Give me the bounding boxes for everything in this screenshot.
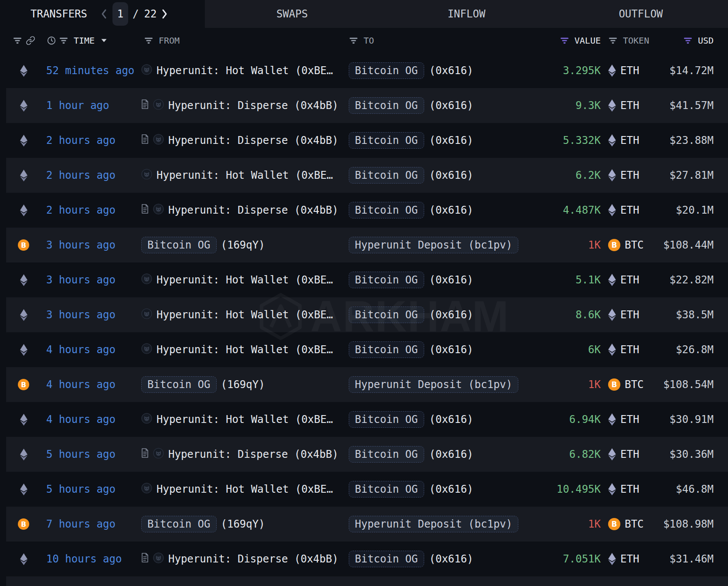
table-row[interactable]: B 52 minutes ago Hyperunit: Hot Wallet (… bbox=[6, 53, 728, 88]
table-row[interactable]: B 7 hours ago Bitcoin OG (169qY) Hyperun… bbox=[6, 507, 728, 542]
table-row[interactable]: B 4 hours ago Hyperunit: Hot Wallet (0xB… bbox=[6, 332, 728, 367]
header-usd-cell: USD bbox=[653, 28, 728, 53]
transaction-time-link[interactable]: 4 hours ago bbox=[46, 344, 116, 356]
table-row[interactable]: B 2 hours ago Hyperunit: Hot Wallet (0xB… bbox=[6, 158, 728, 193]
table-row[interactable]: B 3 hours ago Hyperunit: Hot Wallet (0xB… bbox=[6, 262, 728, 297]
to-entity-pill[interactable]: Bitcoin OG bbox=[349, 307, 424, 323]
filter-icon[interactable] bbox=[608, 37, 618, 44]
from-entity-pill[interactable]: Bitcoin OG bbox=[141, 237, 217, 253]
clock-icon[interactable] bbox=[47, 36, 56, 45]
row-value-cell: 6.82K bbox=[518, 437, 601, 472]
row-time-cell: 2 hours ago bbox=[41, 193, 141, 228]
column-header-usd[interactable]: USD bbox=[698, 35, 714, 46]
row-time-cell: 1 hour ago bbox=[41, 88, 141, 123]
to-entity-pill[interactable]: Bitcoin OG bbox=[349, 551, 424, 567]
to-entity-pill[interactable]: Bitcoin OG bbox=[349, 411, 424, 428]
from-entity-name[interactable]: Hyperunit: Disperse (0x4bB) bbox=[168, 448, 338, 460]
filter-icon[interactable] bbox=[13, 37, 22, 44]
eth-icon bbox=[608, 413, 616, 426]
tab-swaps[interactable]: SWAPS bbox=[205, 0, 379, 28]
filter-icon-active[interactable] bbox=[560, 37, 569, 44]
from-entity-name[interactable]: Hyperunit: Disperse (0x4bB) bbox=[168, 134, 338, 146]
from-entity-name[interactable]: Hyperunit: Disperse (0x4bB) bbox=[168, 99, 338, 112]
transaction-time-link[interactable]: 5 hours ago bbox=[46, 483, 116, 495]
to-entity-pill[interactable]: Bitcoin OG bbox=[349, 341, 424, 358]
to-address-suffix: (0x616) bbox=[429, 204, 473, 216]
to-entity-pill[interactable]: Bitcoin OG bbox=[349, 272, 424, 288]
to-entity-pill[interactable]: Hyperunit Deposit (bc1pv) bbox=[349, 376, 518, 393]
tab-transfers[interactable]: TRANSFERS 1 / 22 bbox=[0, 0, 205, 28]
table-row[interactable]: B 10 hours ago Hyperunit: Disperse (0x4b… bbox=[6, 542, 728, 576]
column-header-value[interactable]: VALUE bbox=[575, 35, 601, 46]
from-entity-name[interactable]: Hyperunit: Hot Wallet (0xBE… bbox=[156, 483, 333, 495]
filter-icon-active[interactable] bbox=[683, 37, 693, 44]
from-entity-name[interactable]: Hyperunit: Hot Wallet (0xBE… bbox=[156, 344, 333, 356]
prev-page-button[interactable] bbox=[99, 5, 109, 23]
table-row[interactable]: B 2 hours ago Hyperunit: Disperse (0x4bB… bbox=[6, 123, 728, 158]
transfer-amount: 1K bbox=[588, 378, 601, 391]
tab-inflow[interactable]: INFLOW bbox=[379, 0, 554, 28]
transaction-time-link[interactable]: 10 hours ago bbox=[46, 553, 122, 565]
filter-icon[interactable] bbox=[144, 37, 153, 44]
to-entity-pill[interactable]: Bitcoin OG bbox=[349, 132, 424, 149]
row-token-cell: B bbox=[6, 88, 41, 123]
from-entity-pill[interactable]: Bitcoin OG bbox=[141, 516, 217, 532]
table-row[interactable]: B 3 hours ago Bitcoin OG (169qY) Hyperun… bbox=[6, 228, 728, 262]
filter-icon[interactable] bbox=[59, 37, 68, 44]
transaction-time-link[interactable]: 2 hours ago bbox=[46, 134, 116, 146]
to-entity-pill[interactable]: Bitcoin OG bbox=[349, 62, 424, 79]
table-row[interactable]: B 5 hours ago Hyperunit: Hot Wallet (0xB… bbox=[6, 472, 728, 507]
transaction-time-link[interactable]: 2 hours ago bbox=[46, 169, 116, 181]
table-row[interactable]: B 4 hours ago Hyperunit: Hot Wallet (0xB… bbox=[6, 402, 728, 437]
row-from-cell: Hyperunit: Hot Wallet (0xBE… bbox=[141, 262, 337, 297]
token-symbol: ETH bbox=[620, 134, 639, 146]
from-entity-pill[interactable]: Bitcoin OG bbox=[141, 376, 217, 393]
row-usd-cell: $26.8M bbox=[653, 332, 728, 367]
transaction-time-link[interactable]: 52 minutes ago bbox=[46, 65, 134, 77]
from-entity-name[interactable]: Hyperunit: Disperse (0x4bB) bbox=[168, 204, 338, 216]
transaction-time-link[interactable]: 4 hours ago bbox=[46, 413, 116, 426]
transaction-time-link[interactable]: 3 hours ago bbox=[46, 274, 116, 286]
table-row[interactable]: B 5 hours ago Hyperunit: Disperse (0x4bB… bbox=[6, 437, 728, 472]
eth-icon bbox=[608, 274, 616, 286]
to-entity-pill[interactable]: Bitcoin OG bbox=[349, 167, 424, 184]
filter-icon[interactable] bbox=[349, 37, 358, 44]
to-entity-pill[interactable]: Hyperunit Deposit (bc1pv) bbox=[349, 516, 518, 532]
table-row[interactable]: B 4 hours ago Bitcoin OG (169qY) Hyperun… bbox=[6, 367, 728, 402]
transaction-time-link[interactable]: 3 hours ago bbox=[46, 239, 116, 251]
tab-outflow[interactable]: OUTFLOW bbox=[554, 0, 728, 28]
table-row[interactable]: B 3 hours ago Hyperunit: Hot Wallet (0xB… bbox=[6, 297, 728, 332]
from-entity-name[interactable]: Hyperunit: Hot Wallet (0xBE… bbox=[156, 274, 333, 286]
to-entity-pill[interactable]: Bitcoin OG bbox=[349, 97, 424, 114]
table-row[interactable]: B 2 hours ago Hyperunit: Disperse (0x4bB… bbox=[6, 193, 728, 228]
column-header-time[interactable]: TIME bbox=[74, 35, 95, 46]
next-page-button[interactable] bbox=[159, 5, 170, 23]
transaction-time-link[interactable]: 1 hour ago bbox=[46, 99, 109, 112]
row-token-cell: B bbox=[6, 507, 41, 542]
transaction-time-link[interactable]: 3 hours ago bbox=[46, 309, 116, 321]
from-entity-name[interactable]: Hyperunit: Hot Wallet (0xBE… bbox=[156, 413, 333, 426]
transaction-time-link[interactable]: 4 hours ago bbox=[46, 378, 116, 391]
from-entity-name[interactable]: Hyperunit: Hot Wallet (0xBE… bbox=[156, 65, 333, 77]
from-entity-name[interactable]: Hyperunit: Disperse (0x4bB) bbox=[168, 553, 338, 565]
transaction-time-link[interactable]: 2 hours ago bbox=[46, 204, 116, 216]
link-icon[interactable] bbox=[26, 36, 35, 45]
column-header-token[interactable]: TOKEN bbox=[623, 35, 649, 46]
chevron-right-icon bbox=[161, 9, 168, 19]
column-header-from[interactable]: FROM bbox=[159, 35, 180, 46]
chevron-down-icon[interactable] bbox=[101, 38, 107, 43]
from-entity-name[interactable]: Hyperunit: Hot Wallet (0xBE… bbox=[156, 169, 333, 181]
to-entity-pill[interactable]: Hyperunit Deposit (bc1pv) bbox=[349, 237, 518, 253]
to-entity-pill[interactable]: Bitcoin OG bbox=[349, 446, 424, 463]
to-entity-pill[interactable]: Bitcoin OG bbox=[349, 202, 424, 218]
column-header-to[interactable]: TO bbox=[364, 35, 374, 46]
table-row-partial[interactable] bbox=[6, 576, 728, 586]
to-entity-pill[interactable]: Bitcoin OG bbox=[349, 481, 424, 497]
transaction-time-link[interactable]: 5 hours ago bbox=[46, 448, 116, 460]
row-token-cell: B bbox=[6, 402, 41, 437]
row-usd-cell: $108.98M bbox=[653, 507, 728, 542]
table-row[interactable]: B 1 hour ago Hyperunit: Disperse (0x4bB)… bbox=[6, 88, 728, 123]
from-entity-name[interactable]: Hyperunit: Hot Wallet (0xBE… bbox=[156, 309, 333, 321]
hyperunit-avatar bbox=[153, 134, 164, 147]
transaction-time-link[interactable]: 7 hours ago bbox=[46, 518, 116, 530]
